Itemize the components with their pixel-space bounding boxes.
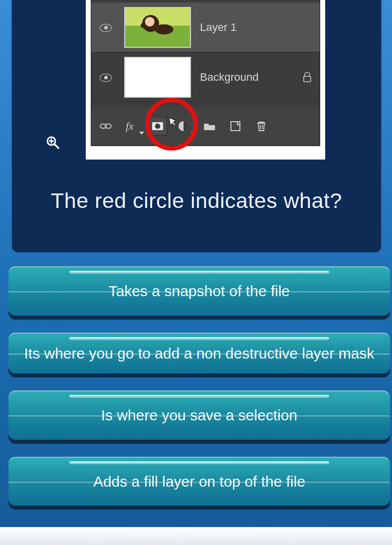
bottom-fade-strip [0, 527, 392, 545]
fx-icon: fx [122, 117, 141, 136]
layers-panel: Layer 1 Background fx [91, 0, 320, 146]
answer-option-3[interactable]: Is where you save a selection [8, 390, 390, 440]
answer-label: Is where you save a selection [101, 407, 298, 423]
layer-label: Layer 1 [200, 21, 312, 34]
layers-panel-footer: fx [91, 107, 320, 146]
new-layer-icon [226, 117, 245, 136]
layer-thumbnail [124, 57, 191, 98]
link-icon [96, 117, 115, 136]
folder-icon [200, 117, 219, 136]
zoom-image-button[interactable] [42, 132, 64, 154]
answer-option-2[interactable]: Its where you go to add a non destructiv… [8, 333, 390, 374]
layer-row-layer1: Layer 1 [91, 2, 320, 52]
answer-label: Takes a snapshot of the file [109, 283, 290, 299]
layers-list: Layer 1 Background [91, 2, 320, 102]
visibility-icon [98, 70, 113, 85]
question-image: Layer 1 Background fx [86, 0, 325, 160]
mask-icon [148, 117, 167, 136]
dropdown-caret-icon [139, 132, 144, 135]
answers-list: Takes a snapshot of the file Its where y… [8, 266, 390, 506]
dropdown-caret-icon [191, 132, 196, 135]
question-card: Layer 1 Background fx [11, 0, 382, 253]
answer-option-1[interactable]: Takes a snapshot of the file [8, 266, 390, 316]
svg-rect-0 [304, 76, 311, 82]
layer-label: Background [200, 71, 303, 84]
trash-icon [252, 117, 271, 136]
visibility-icon [98, 20, 113, 35]
answer-label: Adds a fill layer on top of the file [93, 473, 305, 490]
layer-thumbnail [124, 7, 191, 48]
svg-text:fx: fx [126, 120, 134, 132]
lock-icon [303, 72, 312, 83]
adjustment-icon [174, 117, 193, 136]
layer-row-background: Background [91, 52, 320, 102]
question-text: The red circle indicates what? [12, 188, 381, 213]
svg-point-5 [155, 124, 160, 129]
answer-label: Its where you go to add a non destructiv… [24, 345, 374, 362]
svg-rect-7 [231, 122, 240, 131]
answer-option-4[interactable]: Adds a fill layer on top of the file [8, 457, 390, 506]
